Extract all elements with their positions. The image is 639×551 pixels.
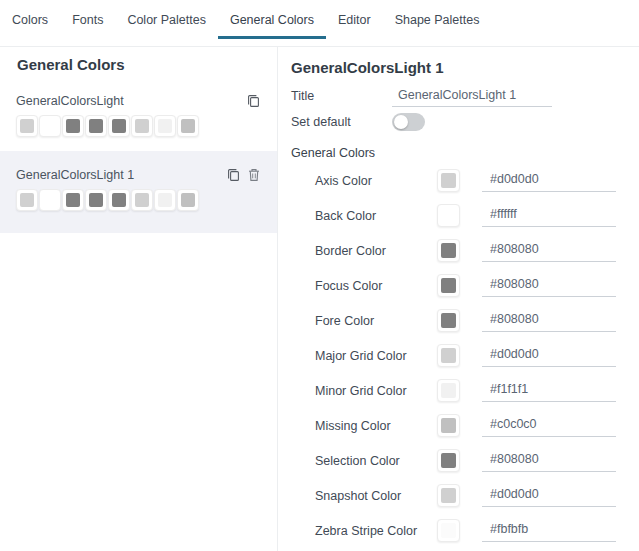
palette-list-panel: General Colors GeneralColorsLight	[0, 47, 278, 551]
set-default-row: Set default	[291, 108, 616, 135]
swatch	[177, 115, 199, 137]
color-rows: Axis Color Back Color Border Color Focus…	[291, 163, 616, 548]
color-row-major-grid: Major Grid Color	[291, 338, 616, 373]
tab-general-colors[interactable]: General Colors	[218, 11, 326, 39]
color-hex-input[interactable]	[482, 239, 616, 262]
tab-fonts[interactable]: Fonts	[60, 11, 115, 39]
title-input[interactable]	[392, 85, 552, 107]
title-label: Title	[291, 89, 392, 103]
color-row-label: Missing Color	[315, 419, 437, 433]
swatch	[85, 189, 107, 211]
color-hex-input[interactable]	[482, 344, 616, 367]
color-swatch-button[interactable]	[437, 239, 460, 262]
swatch	[85, 115, 107, 137]
swatch	[16, 115, 38, 137]
color-row-back: Back Color	[291, 198, 616, 233]
color-swatch-button[interactable]	[437, 274, 460, 297]
tab-editor[interactable]: Editor	[326, 11, 383, 39]
palette-item-title: GeneralColorsLight 1	[16, 168, 134, 182]
color-row-label: Border Color	[315, 244, 437, 258]
swatch	[39, 115, 61, 137]
copy-icon[interactable]	[226, 167, 241, 182]
color-row-label: Zebra Stripe Color	[315, 524, 437, 538]
color-swatch-button[interactable]	[437, 309, 460, 332]
swatch	[62, 189, 84, 211]
title-field-row: Title	[291, 84, 616, 108]
color-row-axis: Axis Color	[291, 163, 616, 198]
color-row-label: Focus Color	[315, 279, 437, 293]
color-row-label: Selection Color	[315, 454, 437, 468]
palette-swatch-strip	[16, 115, 261, 137]
copy-icon[interactable]	[246, 93, 261, 108]
set-default-toggle[interactable]	[392, 113, 425, 131]
tab-color-palettes[interactable]: Color Palettes	[115, 11, 218, 39]
color-row-label: Snapshot Color	[315, 489, 437, 503]
palette-item-title: GeneralColorsLight	[16, 94, 124, 108]
swatch	[108, 189, 130, 211]
color-hex-input[interactable]	[482, 379, 616, 402]
swatch	[154, 115, 176, 137]
tabs-bar: Colors Fonts Color Palettes General Colo…	[0, 0, 639, 47]
swatch	[131, 115, 153, 137]
color-hex-input[interactable]	[482, 484, 616, 507]
color-hex-input[interactable]	[482, 519, 616, 542]
swatch	[108, 115, 130, 137]
swatch	[154, 189, 176, 211]
set-default-label: Set default	[291, 115, 392, 129]
toggle-knob	[394, 115, 408, 129]
swatch	[16, 189, 38, 211]
general-colors-section-heading: General Colors	[291, 145, 616, 161]
color-row-zebra-stripe: Zebra Stripe Color	[291, 513, 616, 548]
color-row-label: Major Grid Color	[315, 349, 437, 363]
color-row-selection: Selection Color	[291, 443, 616, 478]
color-hex-input[interactable]	[482, 204, 616, 227]
swatch	[177, 189, 199, 211]
color-hex-input[interactable]	[482, 309, 616, 332]
color-row-border: Border Color	[291, 233, 616, 268]
color-row-snapshot: Snapshot Color	[291, 478, 616, 513]
main-area: General Colors GeneralColorsLight	[0, 47, 639, 551]
color-swatch-button[interactable]	[437, 169, 460, 192]
color-row-focus: Focus Color	[291, 268, 616, 303]
tab-shape-palettes[interactable]: Shape Palettes	[383, 11, 492, 39]
swatch	[131, 189, 153, 211]
palette-detail-panel: GeneralColorsLight 1 Title Set default G…	[278, 47, 639, 551]
color-swatch-button[interactable]	[437, 519, 460, 542]
color-row-fore: Fore Color	[291, 303, 616, 338]
delete-icon[interactable]	[246, 167, 261, 182]
swatch	[62, 115, 84, 137]
color-row-missing: Missing Color	[291, 408, 616, 443]
color-swatch-button[interactable]	[437, 344, 460, 367]
color-swatch-button[interactable]	[437, 379, 460, 402]
color-row-label: Fore Color	[315, 314, 437, 328]
palette-list-heading: General Colors	[17, 57, 260, 73]
color-hex-input[interactable]	[482, 274, 616, 297]
palette-swatch-strip	[16, 189, 261, 211]
color-row-label: Minor Grid Color	[315, 384, 437, 398]
color-hex-input[interactable]	[482, 414, 616, 437]
color-hex-input[interactable]	[482, 449, 616, 472]
swatch	[39, 189, 61, 211]
palette-item-generalcolorslight-1[interactable]: GeneralColorsLight 1	[0, 151, 277, 233]
color-swatch-button[interactable]	[437, 414, 460, 437]
color-row-label: Axis Color	[315, 174, 437, 188]
color-hex-input[interactable]	[482, 169, 616, 192]
color-row-label: Back Color	[315, 209, 437, 223]
color-swatch-button[interactable]	[437, 204, 460, 227]
color-swatch-button[interactable]	[437, 449, 460, 472]
tab-colors[interactable]: Colors	[0, 11, 60, 39]
detail-header: GeneralColorsLight 1	[291, 59, 616, 76]
color-swatch-button[interactable]	[437, 484, 460, 507]
palette-item-generalcolorslight[interactable]: GeneralColorsLight	[0, 87, 277, 151]
color-row-minor-grid: Minor Grid Color	[291, 373, 616, 408]
